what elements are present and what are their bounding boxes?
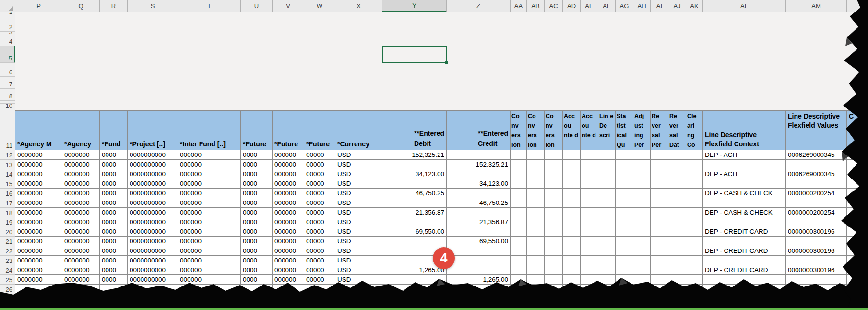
cell-X15[interactable]: USD [335, 179, 382, 189]
cell-V21[interactable]: 000000 [273, 237, 304, 246]
cell-P25[interactable]: 0000000 [15, 275, 62, 285]
fill-handle[interactable] [445, 61, 448, 64]
cell-V23[interactable]: 000000 [273, 256, 304, 265]
cell-P22[interactable]: 0000000 [15, 246, 62, 256]
cell-AB26[interactable] [527, 285, 545, 294]
cell-T25[interactable]: 000000 [178, 275, 241, 285]
cell-U21[interactable]: 0000 [241, 237, 273, 246]
column-header-AL[interactable]: AL [703, 0, 786, 12]
cell-Z23[interactable] [447, 256, 511, 265]
cell-AL12[interactable]: DEP - ACH [703, 150, 786, 160]
cell-AB17[interactable] [527, 198, 545, 208]
cell-AF15[interactable] [598, 179, 616, 189]
cell-Y14[interactable]: 34,123.00 [382, 169, 447, 179]
row-header-2[interactable]: 2 [0, 16, 15, 32]
cell-Z20[interactable] [447, 227, 511, 237]
cell-Q20[interactable]: 0000000 [62, 227, 100, 237]
cell-P21[interactable]: 0000000 [15, 237, 62, 246]
cell-AD25[interactable] [563, 275, 581, 285]
cell-Z15[interactable]: 34,123.00 [447, 179, 511, 189]
cell-P20[interactable]: 0000000 [15, 227, 62, 237]
cell-R12[interactable]: 0000 [100, 150, 128, 160]
cell-T19[interactable]: 000000 [178, 217, 241, 227]
column-header-AE[interactable]: AE [581, 0, 598, 12]
header-cell-V11[interactable]: *Future [273, 110, 304, 150]
cell-AL15[interactable] [703, 179, 786, 189]
cell-W24[interactable]: 00000 [304, 265, 335, 275]
cell-AI12[interactable] [651, 150, 668, 160]
cell-W26[interactable] [304, 285, 335, 294]
cell-W25[interactable]: 00000 [304, 275, 335, 285]
cell-AK17[interactable] [686, 198, 703, 208]
cell-AK13[interactable] [686, 160, 703, 169]
cell-AM12[interactable]: 0006269000345 [786, 150, 847, 160]
header-cell-AJ11[interactable]: Re ver sal Dat [668, 110, 686, 150]
row-header-3[interactable]: 3 [0, 32, 15, 36]
cell-AE21[interactable] [581, 237, 598, 246]
cell-R13[interactable]: 0000 [100, 160, 128, 169]
cell-AF23[interactable] [598, 256, 616, 265]
row-header-22[interactable]: 22 [0, 246, 15, 256]
row-header-1[interactable]: 1 [0, 12, 15, 16]
row-header-20[interactable]: 20 [0, 227, 15, 237]
cell-AF21[interactable] [598, 237, 616, 246]
cell-AK19[interactable] [686, 217, 703, 227]
cell-AN13[interactable] [847, 160, 868, 169]
cell-AG25[interactable] [616, 275, 633, 285]
cell-AN26[interactable] [847, 285, 868, 294]
select-all-corner[interactable] [0, 0, 15, 12]
row-header-23[interactable]: 23 [0, 256, 15, 265]
row-header-16[interactable]: 16 [0, 189, 15, 198]
header-cell-Z11[interactable]: **Entered Credit [447, 110, 511, 150]
cell-Y18[interactable]: 21,356.87 [382, 208, 447, 217]
cell-W12[interactable]: 00000 [304, 150, 335, 160]
cell-AI16[interactable] [651, 189, 668, 198]
header-cell-AD11[interactable]: Acc ou nte d [563, 110, 581, 150]
cell-AF14[interactable] [598, 169, 616, 179]
cell-AN14[interactable] [847, 169, 868, 179]
column-header-AC[interactable]: AC [545, 0, 563, 12]
cell-AL23[interactable] [703, 256, 786, 265]
cell-AG13[interactable] [616, 160, 633, 169]
cell-AB19[interactable] [527, 217, 545, 227]
cell-AM18[interactable]: 0000000200254 [786, 208, 847, 217]
cell-U16[interactable]: 0000 [241, 189, 273, 198]
cell-AB25[interactable] [527, 275, 545, 285]
cell-V24[interactable]: 000000 [273, 265, 304, 275]
cell-T14[interactable]: 000000 [178, 169, 241, 179]
cell-R20[interactable]: 0000 [100, 227, 128, 237]
header-cell-AE11[interactable]: Acc ou nte d [581, 110, 598, 150]
cell-AB15[interactable] [527, 179, 545, 189]
cell-X26[interactable] [335, 285, 382, 294]
cell-X22[interactable]: USD [335, 246, 382, 256]
cell-Z12[interactable] [447, 150, 511, 160]
cell-P17[interactable]: 0000000 [15, 198, 62, 208]
cell-S25[interactable]: 0000000000 [128, 275, 178, 285]
cell-AL14[interactable]: DEP - ACH [703, 169, 786, 179]
cell-AA21[interactable] [511, 237, 527, 246]
cell-AH26[interactable] [633, 285, 651, 294]
cell-V14[interactable]: 000000 [273, 169, 304, 179]
cell-AB23[interactable] [527, 256, 545, 265]
cell-AM14[interactable]: 0006269000345 [786, 169, 847, 179]
cell-AA16[interactable] [511, 189, 527, 198]
cell-AK14[interactable] [686, 169, 703, 179]
cell-Q26[interactable] [62, 285, 100, 294]
cell-Z19[interactable]: 21,356.87 [447, 217, 511, 227]
cell-AD23[interactable] [563, 256, 581, 265]
cell-U17[interactable]: 0000 [241, 198, 273, 208]
cell-Z26[interactable] [447, 285, 511, 294]
cell-AE14[interactable] [581, 169, 598, 179]
cell-R18[interactable]: 0000 [100, 208, 128, 217]
cell-AG23[interactable] [616, 256, 633, 265]
cell-AM13[interactable] [786, 160, 847, 169]
header-cell-W11[interactable]: *Future [304, 110, 335, 150]
cell-S15[interactable]: 0000000000 [128, 179, 178, 189]
cell-T23[interactable]: 000000 [178, 256, 241, 265]
cell-X19[interactable]: USD [335, 217, 382, 227]
cell-AJ24[interactable] [668, 265, 686, 275]
cell-T12[interactable]: 000000 [178, 150, 241, 160]
cell-AL26[interactable] [703, 285, 786, 294]
cell-AI24[interactable] [651, 265, 668, 275]
cell-AM16[interactable]: 0000000200254 [786, 189, 847, 198]
